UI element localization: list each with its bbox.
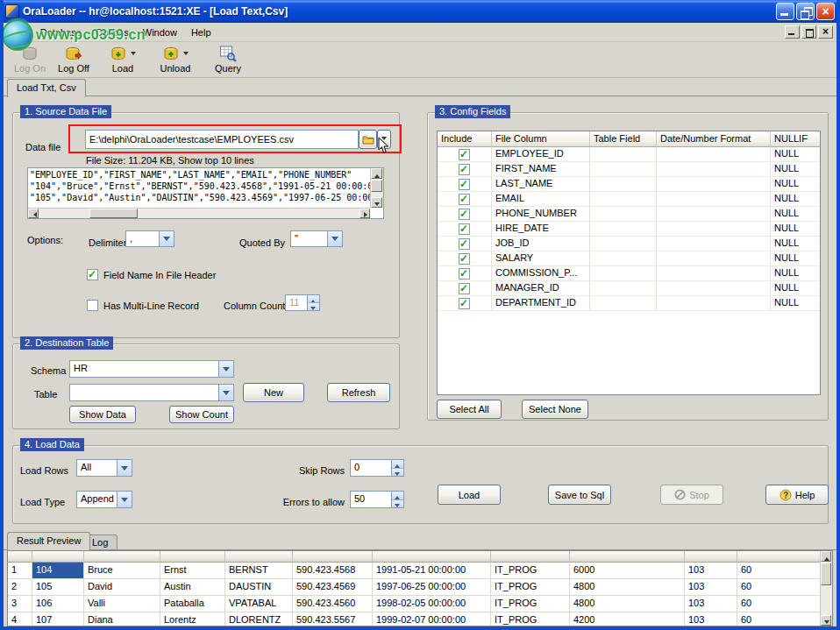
menu-database[interactable]: Database bbox=[33, 25, 89, 40]
skip-rows-up-icon[interactable] bbox=[392, 460, 403, 468]
load-type-combo[interactable]: Append bbox=[76, 491, 132, 508]
result-cell[interactable]: 1999-02-07 00:00:00 bbox=[373, 612, 491, 626]
config-field-row[interactable]: LAST_NAME NULL bbox=[438, 177, 820, 192]
include-checkbox[interactable] bbox=[459, 164, 470, 175]
include-checkbox[interactable] bbox=[459, 149, 470, 160]
browse-button[interactable] bbox=[359, 130, 377, 149]
result-cell[interactable]: 103 bbox=[685, 579, 737, 596]
field-name-checkbox[interactable] bbox=[87, 269, 98, 280]
result-cell[interactable]: IT_PROG bbox=[491, 612, 570, 626]
result-scroll-up-button[interactable] bbox=[821, 551, 831, 562]
result-header-cell[interactable] bbox=[84, 551, 160, 563]
help-button[interactable]: ? Help bbox=[765, 485, 829, 505]
result-vertical-scrollbar[interactable] bbox=[820, 551, 832, 626]
scroll-left-button[interactable] bbox=[28, 209, 39, 218]
file-dropdown-button[interactable] bbox=[377, 130, 391, 149]
result-cell[interactable]: 1998-02-05 00:00:00 bbox=[373, 596, 491, 612]
select-none-button[interactable]: Select None bbox=[522, 400, 588, 419]
result-header-cell[interactable] bbox=[373, 551, 491, 563]
result-cell[interactable]: 104 bbox=[32, 563, 84, 579]
result-cell[interactable]: 590.423.4560 bbox=[293, 596, 373, 612]
load-dropdown-arrow[interactable] bbox=[131, 52, 136, 58]
result-cell[interactable]: David bbox=[84, 579, 160, 596]
new-button[interactable]: New bbox=[243, 383, 304, 402]
menu-help[interactable]: Help bbox=[184, 25, 218, 40]
unload-toolbar-button[interactable]: Unload bbox=[154, 44, 196, 76]
nullif-cell[interactable]: NULL bbox=[771, 192, 820, 207]
spin-up-icon[interactable] bbox=[308, 295, 319, 302]
table-field-cell[interactable] bbox=[590, 266, 657, 281]
result-row[interactable]: 4 107 Diana Lorentz DLORENTZ 590.423.556… bbox=[8, 612, 820, 626]
result-cell[interactable]: 590.423.5567 bbox=[293, 612, 373, 626]
config-col-file-column[interactable]: File Column bbox=[492, 131, 590, 147]
table-field-cell[interactable] bbox=[590, 162, 657, 177]
result-cell[interactable]: Diana bbox=[84, 612, 160, 626]
format-cell[interactable] bbox=[657, 162, 771, 177]
row-number-cell[interactable]: 4 bbox=[8, 612, 32, 626]
menu-options[interactable]: Options bbox=[89, 25, 136, 40]
tab-result-preview[interactable]: Result Preview bbox=[7, 532, 90, 550]
multiline-checkbox[interactable] bbox=[87, 300, 98, 311]
table-field-cell[interactable] bbox=[590, 177, 657, 192]
result-row[interactable]: 1 104 Bruce Ernst BERNST 590.423.4568 19… bbox=[8, 563, 820, 579]
format-cell[interactable] bbox=[657, 281, 771, 296]
result-header-cell[interactable] bbox=[160, 551, 225, 563]
show-data-button[interactable]: Show Data bbox=[69, 406, 136, 423]
result-row[interactable]: 2 105 David Austin DAUSTIN 590.423.4569 … bbox=[8, 579, 820, 596]
format-cell[interactable] bbox=[657, 237, 771, 251]
query-toolbar-button[interactable]: Query bbox=[207, 44, 249, 76]
table-field-cell[interactable] bbox=[590, 192, 657, 207]
result-cell[interactable]: 60 bbox=[737, 612, 820, 626]
logoff-toolbar-button[interactable]: Log Off bbox=[53, 44, 95, 76]
select-all-button[interactable]: Select All bbox=[437, 400, 502, 419]
mdi-minimize-button[interactable] bbox=[785, 25, 800, 39]
result-cell[interactable]: IT_PROG bbox=[491, 596, 570, 612]
config-field-row[interactable]: EMAIL NULL bbox=[438, 192, 820, 207]
result-cell[interactable]: Bruce bbox=[84, 563, 160, 579]
mdi-restore-button[interactable] bbox=[801, 25, 816, 39]
title-bar[interactable]: OraLoader -- hr@localhost:1521:XE - [Loa… bbox=[0, 0, 840, 23]
format-cell[interactable] bbox=[657, 222, 771, 237]
save-to-sql-button[interactable]: Save to Sql bbox=[548, 485, 611, 505]
result-cell[interactable]: 103 bbox=[685, 563, 737, 579]
skip-rows-spinner[interactable]: 0 bbox=[350, 459, 404, 477]
spin-down-icon[interactable] bbox=[308, 302, 319, 310]
schema-dropdown-arrow[interactable] bbox=[218, 361, 233, 377]
format-cell[interactable] bbox=[657, 266, 771, 281]
result-cell[interactable]: 103 bbox=[685, 596, 737, 612]
vertical-scroll-thumb[interactable] bbox=[371, 180, 382, 192]
result-cell[interactable]: 103 bbox=[685, 612, 737, 626]
column-count-spinner[interactable]: 11 bbox=[285, 294, 320, 311]
config-col-include[interactable]: Include bbox=[438, 131, 492, 147]
mdi-close-button[interactable] bbox=[818, 25, 833, 39]
skip-rows-down-icon[interactable] bbox=[392, 468, 403, 477]
table-dropdown-arrow[interactable] bbox=[218, 385, 233, 400]
include-checkbox[interactable] bbox=[459, 209, 470, 220]
nullif-cell[interactable]: NULL bbox=[771, 147, 820, 162]
format-cell[interactable] bbox=[657, 296, 771, 311]
include-checkbox[interactable] bbox=[459, 238, 470, 250]
result-cell[interactable]: Austin bbox=[160, 579, 225, 596]
config-field-row[interactable]: FIRST_NAME NULL bbox=[438, 162, 820, 177]
result-header-cell[interactable] bbox=[570, 551, 685, 563]
result-cell[interactable]: 107 bbox=[32, 612, 84, 626]
result-header-cell[interactable] bbox=[685, 551, 737, 563]
data-file-input[interactable] bbox=[85, 130, 359, 149]
result-scroll-down-button[interactable] bbox=[821, 615, 831, 626]
refresh-button[interactable]: Refresh bbox=[327, 383, 390, 402]
result-cell[interactable]: Valli bbox=[84, 596, 160, 612]
config-grid[interactable]: Include File Column Table Field Date/Num… bbox=[437, 131, 821, 395]
delimiter-dropdown-arrow[interactable] bbox=[159, 231, 174, 246]
include-checkbox[interactable] bbox=[459, 298, 470, 309]
menu-window[interactable]: Window bbox=[136, 25, 184, 40]
nullif-cell[interactable]: NULL bbox=[771, 237, 820, 251]
result-cell[interactable]: Ernst bbox=[160, 563, 225, 579]
include-checkbox[interactable] bbox=[459, 179, 470, 190]
config-field-row[interactable]: SALARY NULL bbox=[438, 251, 820, 266]
config-field-row[interactable]: HIRE_DATE NULL bbox=[438, 222, 820, 237]
nullif-cell[interactable]: NULL bbox=[771, 296, 820, 311]
preview-vertical-scrollbar[interactable] bbox=[370, 168, 383, 208]
include-checkbox[interactable] bbox=[459, 194, 470, 205]
result-cell[interactable]: 6000 bbox=[570, 563, 685, 579]
config-col-format[interactable]: Date/Number Format bbox=[657, 131, 771, 147]
